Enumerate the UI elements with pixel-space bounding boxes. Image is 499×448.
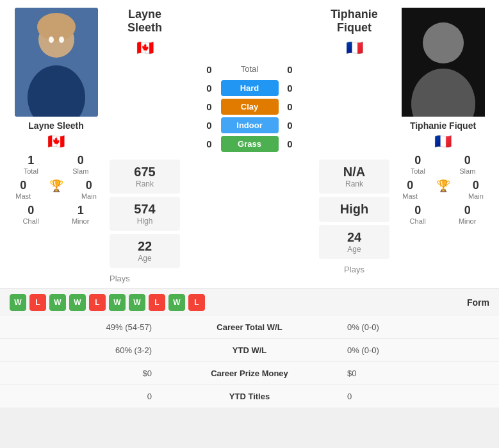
form-badge-9: L [188, 294, 205, 311]
stats-right-2: $0 [334, 362, 499, 385]
stats-center-2: Career Prize Money [165, 362, 334, 385]
left-slam-value: 0 [78, 154, 84, 167]
right-slam-label: Slam [459, 167, 475, 175]
top-section: Layne Sleeth 🇨🇦 1 Total 0 Slam 0 Mast [0, 0, 499, 288]
left-age-value: 22 [117, 239, 172, 254]
form-badge-7: L [149, 294, 165, 311]
left-minor-cell: 1 Minor [72, 204, 90, 225]
form-badge-5: W [109, 294, 126, 311]
stats-left-3: 0 [0, 385, 165, 408]
stats-right-1: 0% (0-0) [334, 339, 499, 362]
right-plays-label: Plays [344, 265, 364, 274]
form-label: Form [467, 297, 489, 308]
surface-right-1: 0 [284, 101, 297, 112]
right-player-silhouette [402, 8, 485, 117]
right-stats-cards: N/A Rank High 24 Age Plays [319, 160, 389, 283]
surface-rows: 0 Hard 0 0 Clay 0 0 Indoor 0 0 Grass 0 [203, 80, 297, 154]
form-badge-0: W [10, 294, 26, 311]
surface-left-0: 0 [203, 83, 216, 94]
surface-btn-hard: Hard [221, 80, 279, 96]
stats-row-1: 60% (3-2) YTD W/L 0% (0-0) [0, 339, 499, 362]
right-player-stats-row3: 0 Chall 0 Minor [393, 204, 493, 225]
center-block: Layne Sleeth Tiphanie Fiquet 🇨🇦 🇫🇷 0 Tot… [110, 8, 389, 283]
total-left-score: 0 [203, 64, 216, 75]
surface-left-3: 0 [203, 138, 216, 149]
total-label: Total [221, 64, 279, 74]
right-trophy-icon: 🏆 [436, 179, 450, 193]
right-main-cell: 0 Main [468, 179, 484, 200]
surface-left-2: 0 [203, 120, 216, 131]
right-player-stats-row2: 0 Mast 🏆 0 Main [393, 179, 493, 200]
right-age-card: 24 Age [319, 225, 389, 259]
right-main-label: Main [468, 192, 484, 200]
left-minor-label: Minor [72, 217, 90, 225]
stats-row-3: 0 YTD Titles 0 [0, 385, 499, 408]
form-badge-1: L [29, 294, 46, 311]
right-player-stats-row1: 0 Total 0 Slam [393, 154, 493, 175]
right-minor-label: Minor [459, 217, 477, 225]
surface-row-grass: 0 Grass 0 [203, 136, 297, 152]
svg-point-7 [423, 22, 464, 63]
right-rank-label: Rank [327, 179, 382, 188]
left-player-name: Layne Sleeth [28, 120, 83, 131]
center-right-name: Tiphanie Fiquet [319, 8, 389, 35]
left-player-stats-row2: 0 Mast 🏆 0 Main [6, 179, 106, 200]
left-total-value: 1 [28, 154, 34, 167]
right-age-label: Age [327, 245, 382, 254]
right-player-flag: 🇫🇷 [434, 133, 452, 150]
form-section: WLWWLWWLWL Form [0, 288, 499, 316]
left-player-silhouette [15, 8, 98, 117]
total-right-score: 0 [284, 64, 297, 75]
left-rank-value: 675 [117, 165, 172, 179]
svg-point-5 [59, 37, 64, 43]
left-high-value: 574 [117, 202, 172, 217]
stats-right-3: 0 [334, 385, 499, 408]
right-player-photo [402, 8, 485, 117]
right-total-value: 0 [414, 154, 421, 167]
left-chall-label: Chall [23, 217, 39, 225]
surface-btn-indoor: Indoor [221, 117, 279, 133]
left-player-stats-row1: 1 Total 0 Slam [6, 154, 106, 175]
left-age-label: Age [117, 254, 172, 263]
left-player-stats-row3: 0 Chall 1 Minor [6, 204, 106, 225]
main-container: Layne Sleeth 🇨🇦 1 Total 0 Slam 0 Mast [0, 0, 499, 408]
left-player-photo [15, 8, 98, 117]
stats-row-2: $0 Career Prize Money $0 [0, 362, 499, 385]
left-slam-label: Slam [72, 167, 88, 175]
left-plays-label: Plays [110, 274, 180, 283]
inner-flex: 675 Rank 574 High 22 Age Plays [110, 160, 389, 283]
right-chall-value: 0 [414, 204, 421, 217]
left-mast-value: 0 [20, 179, 26, 192]
right-rank-card: N/A Rank [319, 160, 389, 194]
left-player-block: Layne Sleeth 🇨🇦 1 Total 0 Slam 0 Mast [6, 8, 106, 283]
form-badges-container: WLWWLWWLWL [10, 294, 205, 311]
stats-center-3: YTD Titles [165, 385, 334, 408]
left-trophy-icon-cell: 🏆 [49, 179, 63, 200]
left-mast-label: Mast [15, 192, 31, 200]
svg-point-4 [49, 37, 54, 43]
right-main-value: 0 [473, 179, 479, 192]
left-player-flag: 🇨🇦 [47, 133, 65, 150]
right-player-block: Tiphanie Fiquet 🇫🇷 0 Total 0 Slam 0 Mast [393, 8, 493, 283]
left-stats-cards: 675 Rank 574 High 22 Age Plays [110, 160, 180, 283]
left-main-cell: 0 Main [81, 179, 97, 200]
center-left-name: Layne Sleeth [127, 8, 162, 34]
surface-right-2: 0 [284, 120, 297, 131]
stats-row-0: 49% (54-57) Career Total W/L 0% (0-0) [0, 316, 499, 339]
right-rank-value: N/A [327, 165, 382, 179]
left-high-label: High [117, 217, 172, 226]
svg-point-3 [37, 13, 76, 41]
right-player-name: Tiphanie Fiquet [410, 120, 476, 131]
right-age-value: 24 [327, 230, 382, 245]
right-trophy-icon-cell: 🏆 [436, 179, 450, 200]
left-main-value: 0 [86, 179, 92, 192]
left-age-card: 22 Age [110, 234, 180, 268]
form-badge-3: W [69, 294, 86, 311]
surface-row-clay: 0 Clay 0 [203, 99, 297, 115]
stats-left-2: $0 [0, 362, 165, 385]
form-badge-6: W [129, 294, 145, 311]
surface-right-3: 0 [284, 138, 297, 149]
left-high-card: 574 High [110, 197, 180, 231]
left-chall-value: 0 [28, 204, 34, 217]
right-slam-cell: 0 Slam [459, 154, 475, 175]
